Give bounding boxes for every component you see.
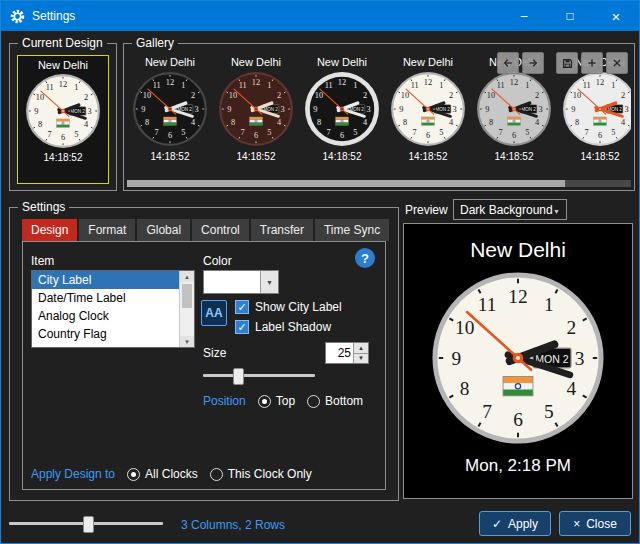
radio-icon: [210, 468, 223, 481]
svg-text:5: 5: [544, 401, 554, 422]
current-design-city: New Delhi: [38, 59, 88, 71]
analog-clock: 123456789101112MON 2: [476, 71, 552, 147]
list-item-datetime-label[interactable]: Date/Time Label: [32, 289, 180, 307]
color-dropdown[interactable]: [203, 270, 279, 294]
list-item-city-label[interactable]: City Label: [32, 271, 180, 289]
svg-text:8: 8: [145, 118, 149, 127]
tab-control[interactable]: Control: [192, 219, 249, 241]
tab-global[interactable]: Global: [137, 219, 190, 241]
window-title: Settings: [32, 9, 75, 23]
scroll-up-icon[interactable]: ▲: [180, 271, 194, 282]
font-button[interactable]: AA: [201, 300, 227, 326]
svg-text:2: 2: [449, 91, 453, 100]
show-city-label-checkbox[interactable]: Show City Label: [235, 300, 342, 314]
checkbox-checked-icon: [235, 320, 249, 334]
close-button[interactable]: × Close: [559, 511, 631, 536]
gallery-city: New Delhi: [231, 56, 281, 68]
apply-button[interactable]: ✓ Apply: [479, 511, 551, 536]
analog-clock: 123456789101112MON 2: [390, 71, 466, 147]
svg-text:6: 6: [512, 131, 516, 140]
svg-text:9: 9: [399, 105, 403, 114]
apply-all-clocks-radio[interactable]: All Clocks: [127, 467, 198, 481]
size-value[interactable]: 25: [326, 343, 354, 363]
tab-time-sync[interactable]: Time Sync: [315, 219, 389, 241]
position-row: Position Top Bottom: [203, 394, 363, 408]
close-window-button[interactable]: ×: [593, 1, 639, 31]
gallery-next-button[interactable]: [522, 52, 544, 74]
chevron-down-icon[interactable]: [260, 271, 278, 293]
gallery-time: 14:18:52: [237, 151, 276, 162]
svg-text:10: 10: [455, 317, 474, 338]
svg-text:10: 10: [487, 91, 495, 100]
position-bottom-radio[interactable]: Bottom: [307, 394, 363, 408]
settings-tabbar: Design Format Global Control Transfer Ti…: [22, 219, 391, 241]
item-listbox-scrollbar-thumb[interactable]: [182, 284, 192, 308]
svg-text:3: 3: [195, 105, 199, 114]
svg-text:12: 12: [59, 80, 67, 89]
label-shadow-checkbox[interactable]: Label Shadow: [235, 320, 342, 334]
preview-datetime: Mon, 2:18 PM: [465, 456, 571, 476]
gallery-thumbnail[interactable]: New Delhi 123456789101112MON 2 14:18:52: [213, 54, 299, 178]
gallery-time: 14:18:52: [323, 151, 362, 162]
apply-this-clock-radio[interactable]: This Clock Only: [210, 467, 312, 481]
forward-arrow-icon: [527, 57, 539, 69]
help-button[interactable]: ?: [355, 248, 375, 268]
analog-clock: 123456789101112MON 2: [132, 71, 208, 147]
list-item-country-flag[interactable]: Country Flag: [32, 325, 180, 343]
svg-text:8: 8: [575, 118, 579, 127]
spin-up-icon[interactable]: [354, 343, 368, 353]
gallery-delete-button[interactable]: [606, 52, 628, 74]
gallery-save-button[interactable]: [556, 52, 578, 74]
list-item-analog-clock[interactable]: Analog Clock: [32, 307, 180, 325]
svg-text:2: 2: [84, 93, 88, 102]
gallery-scrollbar-thumb[interactable]: [127, 180, 565, 187]
gallery-thumbnail[interactable]: New Delhi 123456789101112MON 2 14:18:52: [299, 54, 385, 178]
tab-format[interactable]: Format: [79, 219, 135, 241]
gallery-previous-button[interactable]: [497, 52, 519, 74]
columns-slider-thumb[interactable]: [83, 516, 94, 533]
svg-text:1: 1: [611, 81, 615, 90]
maximize-button[interactable]: □: [547, 1, 593, 31]
scroll-down-icon[interactable]: ▼: [180, 336, 194, 347]
show-city-label-text: Show City Label: [255, 300, 342, 314]
svg-text:8: 8: [403, 118, 407, 127]
apply-all-clocks-text: All Clocks: [145, 467, 198, 481]
gallery-group: Gallery New Delhi 123456789101112MON 2: [123, 43, 635, 191]
svg-text:7: 7: [482, 401, 492, 422]
settings-group: Settings Design Format Global Control Tr…: [9, 207, 399, 501]
preview-background-select[interactable]: Dark Background: [453, 199, 567, 220]
gallery-thumbnail[interactable]: New Delhi 123456789101112MON 2 14:18:52: [127, 54, 213, 178]
gallery-thumbnail[interactable]: New Delhi 123456789101112MON 2 14:18:52: [385, 54, 471, 178]
tab-transfer[interactable]: Transfer: [251, 219, 313, 241]
item-listbox-scrollbar[interactable]: ▲ ▼: [179, 271, 194, 347]
analog-clock: 123456789101112MON 2: [25, 73, 101, 149]
analog-clock: 123456789101112MON 2: [562, 71, 631, 147]
svg-text:2: 2: [621, 91, 625, 100]
columns-slider[interactable]: [9, 516, 163, 531]
radio-icon: [307, 395, 320, 408]
gallery-toolbar: [497, 52, 628, 74]
save-icon: [561, 57, 574, 70]
tab-design[interactable]: Design: [22, 219, 77, 241]
apply-this-clock-text: This Clock Only: [228, 467, 312, 481]
gallery-add-button[interactable]: [581, 52, 603, 74]
analog-clock: 123456789101112MON 2: [218, 71, 294, 147]
checkbox-checked-icon: [235, 300, 249, 314]
svg-text:3: 3: [281, 105, 285, 114]
gallery-scrollbar[interactable]: [127, 180, 631, 187]
position-top-radio[interactable]: Top: [258, 394, 295, 408]
svg-text:11: 11: [46, 83, 54, 92]
size-slider[interactable]: [203, 368, 315, 383]
size-spinner[interactable]: 25: [325, 342, 369, 364]
spin-down-icon[interactable]: [354, 353, 368, 364]
gallery-city: New Delhi: [317, 56, 367, 68]
minimize-button[interactable]: –: [501, 1, 547, 31]
current-design-thumbnail[interactable]: New Delhi 123456789101112MON 2 14:18:52: [17, 55, 109, 184]
apply-design-label: Apply Design to: [31, 467, 115, 481]
svg-text:9: 9: [485, 105, 489, 114]
item-listbox: City Label Date/Time Label Analog Clock …: [31, 270, 195, 348]
size-slider-thumb[interactable]: [233, 368, 244, 385]
svg-text:9: 9: [313, 105, 317, 114]
back-arrow-icon: [502, 57, 514, 69]
svg-text:7: 7: [48, 130, 52, 139]
